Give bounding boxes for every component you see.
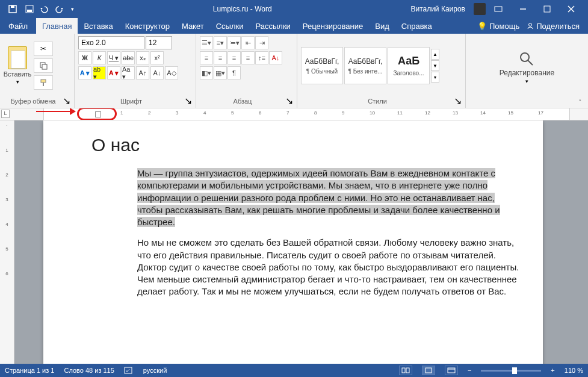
change-case-button[interactable]: Aa ▾ <box>122 66 135 79</box>
show-marks-button[interactable]: ¶ <box>227 66 241 79</box>
align-right-button[interactable]: ≡ <box>227 51 241 64</box>
tab-view[interactable]: Вид <box>369 18 395 34</box>
tab-layout[interactable]: Макет <box>176 18 210 34</box>
styles-scroll-down[interactable]: ▼ <box>431 60 439 71</box>
font-launcher[interactable]: ↘ <box>184 95 192 107</box>
shading-button[interactable]: ◧▾ <box>200 66 213 79</box>
svg-rect-18 <box>406 368 409 373</box>
tab-insert[interactable]: Вставка <box>78 18 119 34</box>
styles-launcher[interactable]: ↘ <box>454 95 462 107</box>
status-language[interactable]: русский <box>143 367 167 374</box>
help-link[interactable]: 💡 Помощь <box>477 22 519 31</box>
subscript-button[interactable]: x₂ <box>136 51 149 64</box>
redo-icon[interactable] <box>55 5 65 13</box>
numbering-button[interactable]: ≡▾ <box>214 36 227 49</box>
bold-button[interactable]: Ж <box>78 51 91 64</box>
tab-home[interactable]: Главная <box>36 18 78 34</box>
editing-label: Редактирование <box>500 69 554 77</box>
status-words[interactable]: Слово 48 из 115 <box>64 367 114 374</box>
style-heading1[interactable]: АаБ Заголово... <box>388 47 430 84</box>
vertical-ruler[interactable]: ·123456 <box>0 120 14 364</box>
zoom-out-button[interactable]: − <box>468 367 471 374</box>
svg-rect-20 <box>448 368 455 373</box>
user-avatar[interactable] <box>474 3 486 15</box>
highlight-button[interactable]: ab ▾ <box>93 66 106 79</box>
view-web-button[interactable] <box>445 366 458 375</box>
document-page[interactable]: О нас Мы — группа энтузиастов, одержимых… <box>43 120 543 364</box>
zoom-in-button[interactable]: + <box>551 367 554 374</box>
tab-references[interactable]: Ссылки <box>210 18 250 34</box>
font-group-label: Шрифт <box>78 98 184 105</box>
line-spacing-button[interactable]: ↕≡ <box>255 51 268 64</box>
align-left-button[interactable]: ≡ <box>200 51 213 64</box>
document-heading[interactable]: О нас <box>91 135 521 155</box>
collapse-ribbon-icon[interactable]: ˄ <box>578 99 584 107</box>
autosave-icon[interactable] <box>8 5 17 13</box>
shrink-font-button[interactable]: A↓ <box>150 66 164 79</box>
paragraph-launcher[interactable]: ↘ <box>285 95 293 107</box>
style-normal[interactable]: АаБбВвГг, ¶ Обычный <box>301 47 343 84</box>
style-nospacing[interactable]: АаБбВвГг, ¶ Без инте... <box>344 47 386 84</box>
svg-rect-3 <box>27 10 32 12</box>
minimize-button[interactable] <box>511 0 535 18</box>
strikethrough-button[interactable]: abc <box>122 51 135 64</box>
text-effects-button[interactable]: A ▾ <box>78 66 91 79</box>
multilevel-button[interactable]: ≔▾ <box>227 36 241 49</box>
tab-file[interactable]: Файл <box>0 18 36 34</box>
close-button[interactable] <box>559 0 583 18</box>
tab-selector[interactable]: L <box>1 110 10 118</box>
copy-button[interactable] <box>34 58 53 73</box>
increase-indent-button[interactable]: ⇥ <box>255 36 268 49</box>
zoom-slider[interactable] <box>481 370 541 372</box>
group-font: Ж К Ч ▾ abc x₂ x² A ▾ ab ▾ A ▾ Aa ▾ A↑ A… <box>75 34 196 108</box>
view-print-button[interactable] <box>422 366 435 375</box>
save-icon[interactable] <box>25 5 34 13</box>
status-page[interactable]: Страница 1 из 1 <box>5 367 54 374</box>
decrease-indent-button[interactable]: ⇤ <box>241 36 255 49</box>
italic-button[interactable]: К <box>93 51 106 64</box>
ribbon-display-icon[interactable] <box>494 5 503 13</box>
font-name-select[interactable] <box>78 36 144 49</box>
view-read-button[interactable] <box>399 366 412 375</box>
style-normal-sample: АаБбВвГг, <box>305 57 339 66</box>
styles-expand[interactable]: ▾ <box>431 72 439 83</box>
clear-formatting-button[interactable]: A◇ <box>165 66 178 79</box>
search-icon <box>518 51 535 67</box>
cut-button[interactable]: ✂ <box>34 42 53 56</box>
tab-review[interactable]: Рецензирование <box>297 18 369 34</box>
horizontal-ruler[interactable]: L 1 2 3 4 5 6 7 8 9 10 11 12 13 14 15 17 <box>0 108 588 120</box>
justify-button[interactable]: ≡ <box>241 51 255 64</box>
font-color-button[interactable]: A ▾ <box>107 66 120 79</box>
clipboard-icon <box>8 46 27 69</box>
group-editing: Редактирование ▾ ˄ <box>466 34 588 108</box>
paste-button[interactable]: Вставить ▾ <box>4 36 31 95</box>
document-paragraph-2[interactable]: Но мы не сможем это сделать без Вашей об… <box>91 237 521 298</box>
window-title: Lumpics.ru - Word <box>74 5 410 13</box>
superscript-button[interactable]: x² <box>150 51 164 64</box>
grow-font-button[interactable]: A↑ <box>136 66 149 79</box>
editing-button[interactable]: Редактирование ▾ <box>500 51 554 84</box>
styles-scroll-up[interactable]: ▲ <box>431 49 439 60</box>
font-size-select[interactable] <box>146 36 172 49</box>
document-paragraph-1[interactable]: Мы — группа энтузиастов, одержимых идеей… <box>91 167 521 228</box>
underline-button[interactable]: Ч ▾ <box>107 51 120 64</box>
maximize-button[interactable] <box>535 0 559 18</box>
tab-design[interactable]: Конструктор <box>119 18 176 34</box>
clipboard-launcher[interactable]: ↘ <box>63 95 70 107</box>
align-center-button[interactable]: ≡ <box>214 51 227 64</box>
undo-icon[interactable] <box>40 5 49 13</box>
borders-button[interactable]: ▦▾ <box>214 66 227 79</box>
format-painter-button[interactable] <box>34 75 53 90</box>
sort-button[interactable]: A↓ <box>269 51 282 64</box>
user-name[interactable]: Виталий Каиров <box>410 5 465 13</box>
svg-rect-12 <box>41 79 46 83</box>
svg-rect-19 <box>426 368 432 373</box>
svg-line-15 <box>528 60 533 65</box>
zoom-level[interactable]: 110 % <box>565 367 583 374</box>
callout-arrow <box>36 111 75 112</box>
bullets-button[interactable]: ☰▾ <box>200 36 213 49</box>
share-link[interactable]: Поделиться <box>527 22 580 31</box>
tab-help[interactable]: Справка <box>395 18 438 34</box>
tab-mailings[interactable]: Рассылки <box>249 18 296 34</box>
spellcheck-icon[interactable] <box>124 366 134 375</box>
